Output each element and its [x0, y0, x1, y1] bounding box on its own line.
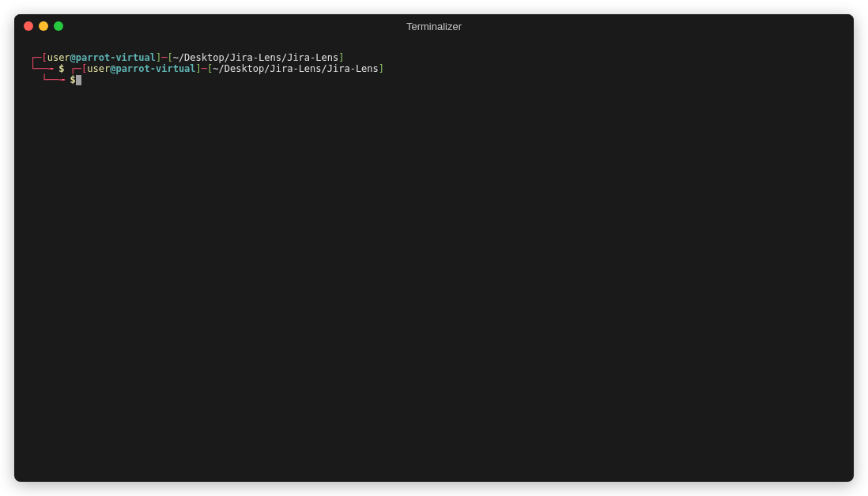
- prompt-space: [64, 63, 70, 74]
- terminal-body[interactable]: ┌─[user@parrot-virtual]─[~/Desktop/Jira-…: [14, 38, 854, 100]
- prompt-user: user: [87, 63, 110, 74]
- prompt-dollar: $: [70, 74, 76, 85]
- prompt-path: ~/Desktop/Jira-Lens/Jira-Lens: [173, 52, 339, 63]
- cursor: [76, 75, 81, 85]
- traffic-lights: [24, 21, 63, 31]
- prompt-bracket: ]: [379, 63, 384, 74]
- prompt-host: @parrot-virtual: [110, 63, 195, 74]
- prompt-corner-bottom: └──╼: [41, 74, 70, 85]
- window-title: Terminalizer: [406, 21, 462, 32]
- prompt-bracket: ]: [338, 52, 344, 63]
- prompt-bracket: ]: [196, 63, 202, 74]
- prompt-line-1: ┌─[user@parrot-virtual]─[~/Desktop/Jira-…: [30, 52, 838, 63]
- close-button[interactable]: [24, 21, 33, 31]
- prompt-path: ~/Desktop/Jira-Lens/Jira-Lens: [213, 63, 379, 74]
- prompt-host: @parrot-virtual: [70, 52, 156, 63]
- prompt-line-3: └──╼ $: [30, 74, 838, 85]
- minimize-button[interactable]: [39, 21, 48, 31]
- prompt-user: user: [47, 52, 70, 63]
- prompt-corner-bottom: └──╼: [30, 63, 58, 74]
- prompt-dash: ─: [202, 63, 207, 74]
- prompt-corner: ┌─[: [70, 63, 88, 74]
- titlebar: Terminalizer: [14, 14, 854, 38]
- prompt-bracket: [: [167, 52, 172, 63]
- maximize-button[interactable]: [54, 21, 63, 31]
- terminal-window: Terminalizer ┌─[user@parrot-virtual]─[~/…: [14, 14, 854, 482]
- prompt-indent: [30, 74, 41, 85]
- prompt-corner: ┌─[: [30, 52, 47, 63]
- prompt-line-2: └──╼ $ ┌─[user@parrot-virtual]─[~/Deskto…: [30, 63, 838, 74]
